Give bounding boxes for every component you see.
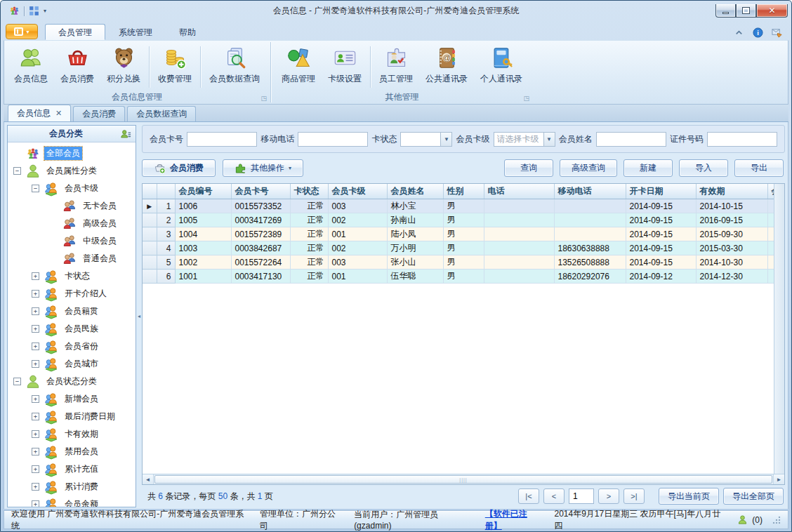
export-button[interactable]: 导出 [734, 159, 784, 177]
cell[interactable]: 伍华聪 [387, 270, 443, 284]
cell[interactable]: 13526508888 [554, 255, 626, 270]
ribbon-button[interactable]: 会员消费 [54, 44, 100, 91]
column-header[interactable]: 会员卡级 [328, 184, 387, 199]
cell[interactable]: 1004 [175, 227, 231, 241]
cell[interactable]: 2014-09-15 [626, 213, 696, 227]
cell[interactable]: 2014-10-15 [696, 199, 767, 213]
collapse-ribbon-icon[interactable] [734, 27, 744, 38]
ribbon-button[interactable]: 积分兑换 [100, 44, 147, 91]
tree-item[interactable]: 高级会员 [8, 215, 136, 232]
cell[interactable]: 0015573352 [231, 199, 290, 213]
cell[interactable]: 001 [328, 227, 387, 241]
column-header[interactable]: 移动电话 [554, 184, 626, 199]
cell[interactable]: 2014-09-15 [626, 227, 696, 241]
tree-item[interactable]: +会员城市 [8, 355, 136, 373]
cell[interactable] [484, 213, 554, 227]
tree-expander-icon[interactable]: + [32, 448, 39, 455]
document-tab[interactable]: 会员数据查询 [127, 106, 196, 121]
dialog-launcher-icon[interactable]: ◳ [260, 95, 267, 102]
column-header[interactable]: 电话 [484, 184, 554, 199]
tree-item[interactable]: +会员余额 [8, 496, 136, 507]
tree-item[interactable]: +新增会员 [8, 390, 136, 408]
cell[interactable]: 1005 [175, 213, 231, 227]
ribbon-tab[interactable]: 会员管理 [45, 24, 105, 40]
cell[interactable]: 003 [328, 255, 387, 270]
cell[interactable] [767, 227, 774, 241]
cell[interactable] [484, 241, 554, 255]
cell[interactable]: 1003 [175, 241, 231, 255]
column-header[interactable]: 会员姓名 [387, 184, 443, 199]
ribbon-button[interactable]: 会员信息 [8, 44, 54, 91]
tree-item[interactable]: 无卡会员 [8, 197, 136, 215]
tree-expander-icon[interactable]: + [32, 290, 39, 298]
tree-expander-icon[interactable]: + [32, 483, 39, 491]
ribbon-button[interactable]: 会员数据查询 [203, 44, 266, 91]
cell[interactable]: 万小明 [387, 241, 443, 255]
tree-item[interactable]: +会员籍贯 [8, 302, 136, 320]
column-header[interactable]: 性别 [443, 184, 484, 199]
tree-item[interactable]: +卡有效期 [8, 425, 136, 443]
table-row[interactable]: ▶110060015573352正常003林小宝男2014-09-152014-… [143, 199, 774, 213]
ribbon-tab[interactable]: 系统管理 [105, 24, 166, 40]
member-card-no-input[interactable] [187, 132, 257, 147]
import-button[interactable]: 导入 [679, 159, 728, 177]
card-status-select[interactable]: ▼ [400, 132, 452, 147]
close-button[interactable]: ✕ [756, 4, 788, 18]
column-header[interactable]: 会员卡号 [231, 184, 290, 199]
table-row[interactable]: 610010003417130正常001伍华聪男186202920762014-… [143, 270, 774, 284]
card-level-select[interactable]: 请选择卡级▼ [494, 132, 555, 147]
cell[interactable]: 2015-09-30 [696, 227, 767, 241]
maximize-button[interactable] [736, 4, 756, 18]
cell[interactable]: 男 [443, 270, 484, 284]
first-page-button[interactable]: |< [518, 488, 539, 504]
tree-expander-icon[interactable]: + [32, 360, 39, 368]
cell[interactable]: 001 [328, 270, 387, 284]
cell[interactable] [767, 255, 774, 270]
scroll-right-arrow-icon[interactable]: ► [773, 474, 784, 484]
cell[interactable]: 正常 [290, 213, 328, 227]
cell[interactable]: 0003842687 [231, 241, 290, 255]
tree-item[interactable]: +累计充值 [8, 460, 136, 478]
cell[interactable]: 002 [328, 213, 387, 227]
vertical-scrollbar[interactable] [774, 184, 784, 474]
cell[interactable]: 2015-03-30 [696, 241, 767, 255]
cell[interactable] [484, 199, 554, 213]
tree-item[interactable]: −会员属性分类 [8, 162, 136, 180]
cell[interactable] [484, 270, 554, 284]
tree-item[interactable]: 全部会员 [8, 145, 136, 162]
cell[interactable]: 正常 [290, 270, 328, 284]
tree-expander-icon[interactable]: − [32, 185, 39, 192]
cell[interactable]: 正常 [290, 241, 328, 255]
cell[interactable]: 张小山 [387, 255, 443, 270]
scroll-left-arrow-icon[interactable]: ◄ [143, 474, 154, 484]
cell[interactable] [484, 227, 554, 241]
cell[interactable]: 0003417269 [231, 213, 290, 227]
cell[interactable]: 2014-12-30 [696, 270, 767, 284]
tree-expander-icon[interactable]: + [32, 272, 39, 280]
license-link[interactable]: 【软件已注册】 [485, 508, 543, 532]
info-icon[interactable]: i [753, 27, 763, 38]
tree-item[interactable]: +会员省份 [8, 338, 136, 355]
query-button[interactable]: 查询 [504, 159, 553, 177]
cell[interactable]: 18620292076 [554, 270, 626, 284]
cell[interactable]: 男 [443, 255, 484, 270]
tree-item[interactable]: +最后消费日期 [8, 408, 136, 425]
tree-expander-icon[interactable]: + [32, 325, 39, 333]
cell[interactable]: 正常 [290, 255, 328, 270]
document-tab[interactable]: 会员消费 [73, 106, 125, 121]
export-current-page-button[interactable]: 导出当前页 [659, 488, 719, 505]
last-page-button[interactable]: >| [623, 488, 645, 504]
cell[interactable]: 1006 [175, 199, 231, 213]
horizontal-scrollbar[interactable]: ◄ |||| ► [143, 474, 784, 484]
send-feedback-icon[interactable] [772, 27, 782, 38]
tree-item[interactable]: 中级会员 [8, 232, 136, 250]
cell[interactable]: 2014-10-30 [696, 255, 767, 270]
tree-item[interactable]: +会员民族 [8, 320, 136, 338]
cell[interactable] [767, 199, 774, 213]
cell[interactable]: 0003417130 [231, 270, 290, 284]
person-list-icon[interactable] [120, 128, 131, 140]
table-row[interactable]: 310040015572389正常001陆小凤男2014-09-152015-0… [143, 227, 774, 241]
column-header[interactable]: 会员编号 [175, 184, 231, 199]
new-button[interactable]: 新建 [623, 159, 673, 177]
ribbon-button[interactable]: 收费管理 [152, 44, 198, 91]
